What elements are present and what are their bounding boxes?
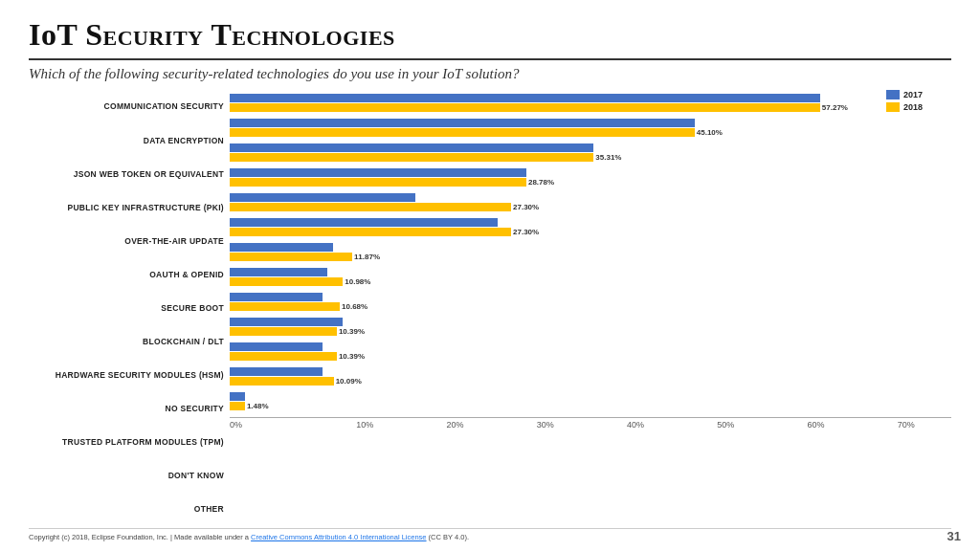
- bar-label-9: NO SECURITY: [29, 404, 224, 413]
- page-title: IoT Security Technologies: [29, 17, 951, 60]
- bar-2018-10: 10.39%: [230, 352, 337, 361]
- footer-copyright: Copyright (c) 2018, Eclipse Foundation, …: [29, 533, 251, 541]
- bar-2017-5: [230, 218, 498, 227]
- bar-row-5: 27.30%: [230, 214, 951, 239]
- bar-row-6: 11.87%: [230, 239, 951, 264]
- bar-value-label-6: 11.87%: [354, 253, 380, 261]
- x-tick-5: 50%: [680, 420, 770, 430]
- x-tick-7: 70%: [861, 420, 951, 430]
- bar-label-10: TRUSTED PLATFORM MODULES (TPM): [29, 437, 224, 447]
- bar-2017-9: [230, 318, 343, 326]
- bar-2018-9: 10.39%: [230, 327, 337, 336]
- bar-2017-3: [230, 168, 526, 177]
- bar-value-label-5: 27.30%: [513, 228, 539, 236]
- bar-2017-0: [230, 94, 820, 102]
- bar-2018-3: 28.78%: [230, 178, 526, 187]
- bar-value-label-7: 10.98%: [345, 277, 370, 286]
- bar-row-0: 57.27%: [230, 90, 951, 115]
- bar-2017-6: [230, 243, 333, 252]
- bar-value-label-8: 10.68%: [342, 302, 368, 311]
- x-tick-4: 40%: [590, 420, 680, 430]
- bar-2017-8: [230, 293, 323, 301]
- bar-2018-2: 35.31%: [230, 153, 593, 162]
- bar-row-1: 45.10%: [230, 115, 951, 140]
- chart-area: 2017 2018 COMMUNICATION SECURITYDATA ENC…: [29, 90, 951, 526]
- bar-2018-5: 27.30%: [230, 228, 511, 236]
- bar-value-label-9: 10.39%: [339, 327, 365, 336]
- bar-2017-12: [230, 392, 245, 401]
- bar-value-label-0: 57.27%: [822, 103, 848, 112]
- bar-row-2: 35.31%: [230, 140, 951, 165]
- x-tick-2: 20%: [411, 420, 501, 430]
- bar-2018-6: 11.87%: [230, 253, 352, 261]
- bar-2017-1: [230, 119, 695, 127]
- bar-row-8: 10.68%: [230, 289, 951, 314]
- bar-2018-11: 10.09%: [230, 377, 334, 386]
- bar-value-label-2: 35.31%: [595, 153, 621, 162]
- page-number: 31: [947, 529, 961, 543]
- bar-2018-7: 10.98%: [230, 277, 343, 286]
- bar-value-label-1: 45.10%: [697, 128, 723, 137]
- bar-value-label-3: 28.78%: [528, 178, 554, 187]
- bar-label-4: OVER-THE-AIR UPDATE: [29, 236, 224, 246]
- bar-row-11: 10.09%: [230, 364, 951, 388]
- bar-label-0: COMMUNICATION SECURITY: [29, 101, 224, 111]
- x-axis: 0%10%20%30%40%50%60%70%: [230, 417, 951, 430]
- bar-2017-10: [230, 342, 323, 351]
- bar-label-6: SECURE BOOT: [29, 303, 224, 313]
- x-tick-3: 30%: [501, 420, 590, 430]
- bar-2018-1: 45.10%: [230, 128, 695, 137]
- bar-label-8: HARDWARE SECURITY MODULES (HSM): [29, 370, 224, 380]
- bar-labels-column: COMMUNICATION SECURITYDATA ENCRYPTIONJSO…: [29, 90, 230, 526]
- bar-2017-11: [230, 367, 323, 376]
- bar-value-label-10: 10.39%: [339, 352, 365, 361]
- bar-row-12: 1.48%: [230, 388, 951, 413]
- page: IoT Security Technologies Which of the f…: [0, 0, 980, 551]
- bar-value-label-11: 10.09%: [336, 377, 362, 386]
- bar-2017-4: [230, 193, 415, 202]
- title-security-tech: Security Technologies: [85, 17, 395, 52]
- bar-2018-4: 27.30%: [230, 203, 511, 211]
- bar-2018-8: 10.68%: [230, 302, 340, 311]
- x-tick-1: 10%: [320, 420, 410, 430]
- bars-wrapper: 57.27%45.10%35.31%28.78%27.30%27.30%11.8…: [230, 90, 951, 526]
- bar-value-label-4: 27.30%: [513, 203, 539, 211]
- footer-link-suffix: (CC BY 4.0).: [427, 533, 469, 541]
- bar-label-1: DATA ENCRYPTION: [29, 136, 224, 145]
- title-iot: IoT: [29, 17, 85, 52]
- bar-2018-0: 57.27%: [230, 103, 820, 112]
- bar-row-4: 27.30%: [230, 189, 951, 214]
- x-tick-6: 60%: [771, 420, 861, 430]
- chart-subtitle: Which of the following security-related …: [29, 66, 951, 82]
- bar-label-5: OAUTH & OPENID: [29, 270, 224, 279]
- footer-license-link[interactable]: Creative Commons Attribution 4.0 Interna…: [251, 533, 426, 541]
- bar-row-3: 28.78%: [230, 165, 951, 189]
- bar-label-11: DON'T KNOW: [29, 471, 224, 480]
- bar-row-7: 10.98%: [230, 264, 951, 289]
- bar-2017-7: [230, 268, 327, 276]
- bar-2017-2: [230, 143, 593, 152]
- bar-label-3: PUBLIC KEY INFRASTRUCTURE (PKI): [29, 203, 224, 212]
- bar-label-2: JSON WEB TOKEN OR EQUIVALENT: [29, 169, 224, 179]
- bar-label-7: BLOCKCHAIN / DLT: [29, 337, 224, 346]
- bar-label-12: OTHER: [29, 504, 224, 514]
- x-axis-labels: 0%10%20%30%40%50%60%70%: [230, 420, 951, 430]
- bar-2018-12: 1.48%: [230, 402, 245, 410]
- bars-column: 57.27%45.10%35.31%28.78%27.30%27.30%11.8…: [230, 90, 951, 413]
- bar-row-10: 10.39%: [230, 339, 951, 364]
- bar-row-9: 10.39%: [230, 314, 951, 339]
- bar-value-label-12: 1.48%: [247, 402, 269, 410]
- footer: Copyright (c) 2018, Eclipse Foundation, …: [29, 528, 951, 541]
- x-tick-0: 0%: [230, 420, 320, 430]
